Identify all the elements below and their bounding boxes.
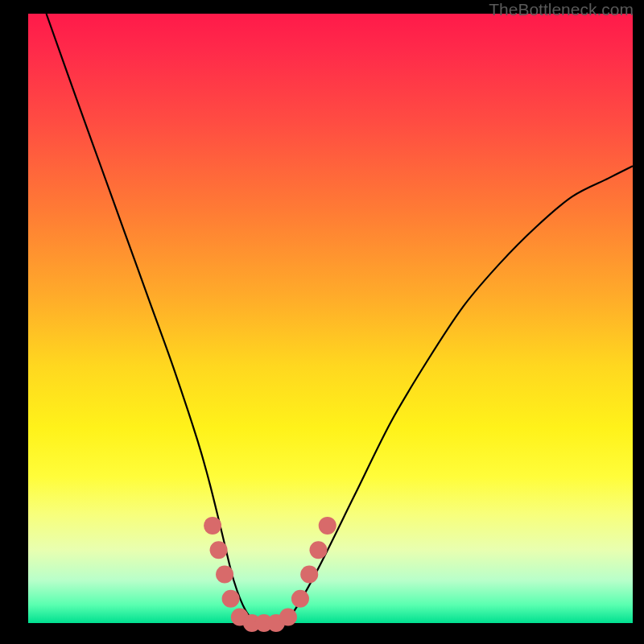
marker-dot	[279, 608, 297, 625]
marker-dot	[309, 541, 327, 559]
marker-dot	[204, 517, 221, 535]
marker-dot	[222, 590, 240, 608]
chart-container	[28, 14, 633, 623]
watermark-text: TheBottleneck.com	[489, 0, 634, 19]
marker-dot	[210, 541, 228, 559]
bottleneck-curve	[47, 14, 633, 624]
marker-dot	[291, 590, 309, 608]
marker-dot	[300, 565, 318, 583]
marker-dot	[216, 565, 233, 583]
highlight-markers	[204, 517, 336, 632]
chart-svg	[28, 14, 633, 623]
marker-dot	[319, 517, 336, 535]
